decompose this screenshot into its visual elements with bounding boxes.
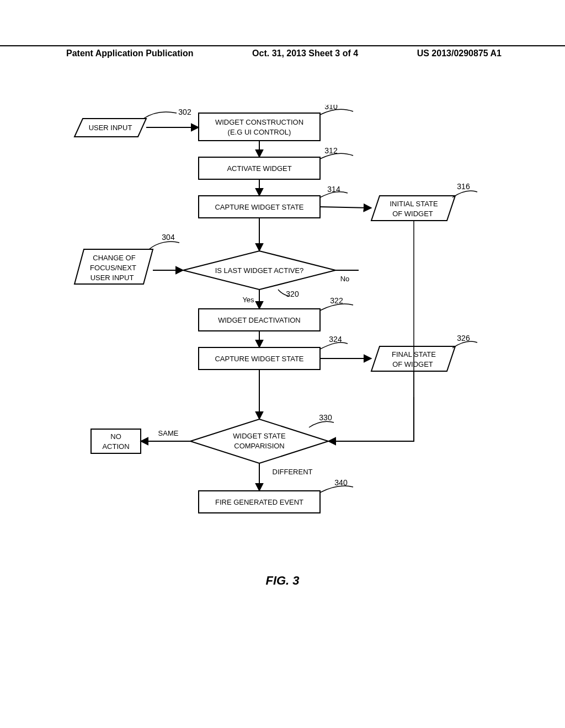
ref-312: 312 xyxy=(324,146,338,155)
node-capture-state-2: CAPTURE WIDGET STATE 324 xyxy=(199,335,348,370)
ref-304: 304 xyxy=(162,233,175,242)
svg-marker-10 xyxy=(190,419,328,463)
node-widget-construction-l1: WIDGET CONSTRUCTION xyxy=(215,118,303,126)
label-different: DIFFERENT xyxy=(273,468,313,476)
node-capture-state-1: CAPTURE WIDGET STATE 314 xyxy=(199,185,348,218)
node-fire-event: FIRE GENERATED EVENT 340 xyxy=(199,478,353,513)
node-change-focus: CHANGE OF FOCUS/NEXT USER INPUT 304 xyxy=(74,233,179,284)
figure-caption: FIG. 3 xyxy=(0,574,565,588)
node-no-action-l1: NO xyxy=(110,432,121,441)
node-final-state-l1: FINAL STATE xyxy=(392,350,436,358)
node-activate-widget-label: ACTIVATE WIDGET xyxy=(227,164,291,173)
node-is-last-active-label: IS LAST WIDGET ACTIVE? xyxy=(215,266,304,275)
node-capture-state-2-label: CAPTURE WIDGET STATE xyxy=(215,355,303,363)
label-no: No xyxy=(340,275,350,283)
node-initial-state-l1: INITIAL STATE xyxy=(390,200,438,208)
node-change-focus-l1: CHANGE OF xyxy=(93,254,135,262)
node-state-compare: WIDGET STATE COMPARISION 330 xyxy=(190,413,334,463)
node-state-compare-l2: COMPARISION xyxy=(234,442,285,450)
node-activate-widget: ACTIVATE WIDGET 312 xyxy=(199,146,353,179)
node-change-focus-l3: USER INPUT xyxy=(90,274,134,282)
header-center: Oct. 31, 2013 Sheet 3 of 4 xyxy=(252,49,358,58)
ref-314: 314 xyxy=(327,185,340,194)
page-header: Patent Application Publication Oct. 31, … xyxy=(0,45,565,58)
ref-302: 302 xyxy=(178,108,191,116)
header-left: Patent Application Publication xyxy=(66,49,194,58)
node-change-focus-l2: FOCUS/NEXT xyxy=(90,264,136,272)
edge-314-316 xyxy=(320,207,371,208)
svg-rect-1 xyxy=(199,113,320,141)
label-yes: Yes xyxy=(242,296,254,304)
ref-320: 320 xyxy=(286,290,299,298)
node-final-state-l2: OF WIDGET xyxy=(392,360,433,368)
node-state-compare-l1: WIDGET STATE xyxy=(233,432,286,440)
ref-324: 324 xyxy=(329,335,342,344)
label-same: SAME xyxy=(158,429,179,437)
node-final-state: FINAL STATE OF WIDGET 326 xyxy=(371,334,477,371)
ref-322: 322 xyxy=(330,296,343,305)
node-no-action: NO ACTION xyxy=(91,429,141,453)
node-widget-construction-l2: (E.G UI CONTROL) xyxy=(228,128,291,136)
ref-316: 316 xyxy=(457,182,470,191)
node-initial-state-l2: OF WIDGET xyxy=(392,210,433,218)
node-widget-construction: WIDGET CONSTRUCTION (E.G UI CONTROL) 310 xyxy=(199,105,353,141)
ref-330: 330 xyxy=(319,413,332,422)
node-fire-event-label: FIRE GENERATED EVENT xyxy=(215,498,303,506)
edge-states-330 xyxy=(328,397,414,441)
node-initial-state: INITIAL STATE OF WIDGET 316 xyxy=(371,182,477,221)
node-user-input-label: USER INPUT xyxy=(89,124,132,132)
header-right: US 2013/0290875 A1 xyxy=(417,49,502,58)
flowchart-svg: USER INPUT 302 WIDGET CONSTRUCTION (E.G … xyxy=(61,105,502,557)
ref-326: 326 xyxy=(457,334,470,342)
node-user-input: USER INPUT 302 xyxy=(74,108,191,137)
ref-310: 310 xyxy=(324,105,338,111)
node-deactivation-label: WIDGET DEACTIVATION xyxy=(218,316,301,324)
node-no-action-l2: ACTION xyxy=(102,442,129,451)
ref-340: 340 xyxy=(334,478,348,487)
node-deactivation: WIDGET DEACTIVATION 322 xyxy=(199,296,353,331)
node-capture-state-1-label: CAPTURE WIDGET STATE xyxy=(215,203,303,211)
